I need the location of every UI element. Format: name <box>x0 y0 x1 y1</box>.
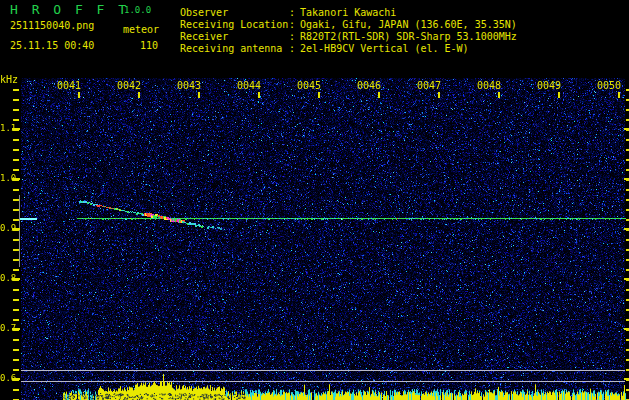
info-value: 2el-HB9CV Vertical (el. E-W) <box>300 43 469 54</box>
freq-tick-label: 1.1 <box>0 123 12 133</box>
time-tick-label: 0043 <box>176 80 202 91</box>
time-tick-label: 0042 <box>116 80 142 91</box>
info-label: Receiver <box>180 31 289 42</box>
info-colon: : <box>289 19 295 30</box>
info-colon: : <box>289 43 295 54</box>
info-value: R820T2(RTL-SDR) SDR-Sharp 53.1000MHz <box>300 31 517 42</box>
freq-tick-label: 0.8 <box>0 273 12 283</box>
time-tick-label: 0044 <box>236 80 262 91</box>
echo-count: 110 <box>140 40 158 51</box>
info-value: Ogaki, Gifu, JAPAN (136.60E, 35.35N) <box>300 19 517 30</box>
info-colon: : <box>289 31 295 42</box>
info-colon: : <box>289 7 295 18</box>
freq-unit-label: kHz <box>0 74 18 85</box>
time-tick-label: 0048 <box>476 80 502 91</box>
freq-tick-label: 0.7 <box>0 323 12 333</box>
info-label: Receiving antenna <box>180 43 289 54</box>
observation-datetime: 25.11.15 00:40 <box>10 40 94 51</box>
spectrogram-canvas <box>0 74 629 400</box>
time-tick-label: 0046 <box>356 80 382 91</box>
info-row-location: Receiving Location:Ogaki, Gifu, JAPAN (1… <box>180 19 517 30</box>
time-tick-label: 0041 <box>56 80 82 91</box>
app-title: H R O F F T <box>10 2 129 17</box>
info-label: Observer <box>180 7 289 18</box>
output-filename: 2511150040.png <box>10 20 94 31</box>
info-value: Takanori Kawachi <box>300 7 396 18</box>
freq-tick-label: 0.6 <box>0 373 12 383</box>
time-tick-label: 0050 <box>596 80 622 91</box>
hrofft-window: H R O F F T 1.0.0 2511150040.png meteor … <box>0 0 629 400</box>
time-tick-label: 0047 <box>416 80 442 91</box>
info-row-observer: Observer:Takanori Kawachi <box>180 7 396 18</box>
info-row-receiver: Receiver:R820T2(RTL-SDR) SDR-Sharp 53.10… <box>180 31 517 42</box>
freq-tick-label: 0.9 <box>0 223 12 233</box>
time-tick-label: 0049 <box>536 80 562 91</box>
freq-tick-label: 1.0 <box>0 173 12 183</box>
info-label: Receiving Location <box>180 19 289 30</box>
observation-mode-label: meteor <box>123 24 159 35</box>
time-tick-label: 0045 <box>296 80 322 91</box>
info-row-antenna: Receiving antenna:2el-HB9CV Vertical (el… <box>180 43 469 54</box>
app-version: 1.0.0 <box>124 5 151 15</box>
